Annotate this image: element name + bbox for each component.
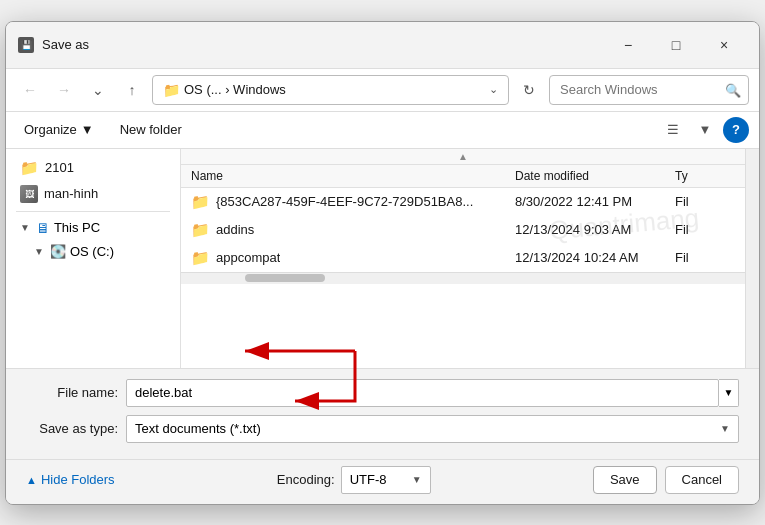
save-label: Save	[610, 472, 640, 487]
bottom-form: File name: ▼ Save as type: Text document…	[6, 369, 759, 459]
save-dialog: 💾 Save as − □ × ← → ⌄ ↑ 📁 OS (... › Wind…	[5, 21, 760, 505]
sidebar-divider	[16, 211, 170, 212]
file-area: ▲ Name Date modified Ty 📁 {853CA287-459F…	[181, 149, 745, 368]
back-button[interactable]: ←	[16, 76, 44, 104]
horizontal-scrollbar[interactable]	[181, 272, 745, 284]
encoding-dropdown[interactable]: UTF-8 ▼	[341, 466, 431, 494]
save-button[interactable]: Save	[593, 466, 657, 494]
file-folder-icon: 📁	[191, 249, 210, 267]
file-row[interactable]: 📁 {853CA287-459F-4EEF-9C72-729D51BA8... …	[181, 188, 745, 216]
sidebar-item-label: 2101	[45, 160, 74, 175]
file-date: 12/13/2024 9:03 AM	[515, 222, 675, 237]
help-button[interactable]: ?	[723, 117, 749, 143]
new-folder-label: New folder	[120, 122, 182, 137]
encoding-label: Encoding:	[277, 472, 335, 487]
file-name-cell: 📁 appcompat	[191, 249, 515, 267]
expand-icon: ▼	[20, 222, 30, 233]
file-row[interactable]: 📁 addins 12/13/2024 9:03 AM Fil	[181, 216, 745, 244]
file-folder-icon: 📁	[191, 221, 210, 239]
filetype-chevron-icon: ▼	[720, 423, 730, 434]
new-folder-button[interactable]: New folder	[112, 118, 190, 141]
up-button[interactable]: ↑	[118, 76, 146, 104]
file-name-cell: 📁 addins	[191, 221, 515, 239]
sidebar-item-os-c[interactable]: ▼ 💽 OS (C:)	[10, 240, 176, 263]
scrollbar-thumb[interactable]	[245, 274, 325, 282]
col-date[interactable]: Date modified	[515, 169, 675, 183]
close-button[interactable]: ×	[701, 30, 747, 60]
minimize-button[interactable]: −	[605, 30, 651, 60]
hide-folders-label: Hide Folders	[41, 472, 115, 487]
toolbar: Organize ▼ New folder ☰ ▼ ?	[6, 112, 759, 149]
col-type[interactable]: Ty	[675, 169, 735, 183]
file-name-text: appcompat	[216, 250, 280, 265]
title-bar: 💾 Save as − □ ×	[6, 22, 759, 69]
maximize-button[interactable]: □	[653, 30, 699, 60]
dialog-title: Save as	[42, 37, 605, 52]
view-chevron-button[interactable]: ▼	[691, 116, 719, 144]
recent-locations-button[interactable]: ⌄	[84, 76, 112, 104]
file-name-cell: 📁 {853CA287-459F-4EEF-9C72-729D51BA8...	[191, 193, 515, 211]
organize-button[interactable]: Organize ▼	[16, 118, 102, 141]
toolbar-left: Organize ▼ New folder	[16, 118, 190, 141]
file-name-text: {853CA287-459F-4EEF-9C72-729D51BA8...	[216, 194, 473, 209]
path-chevron-icon: ⌄	[489, 83, 498, 96]
search-input[interactable]	[549, 75, 749, 105]
path-text: OS (... › Windows	[184, 82, 485, 97]
address-bar: ← → ⌄ ↑ 📁 OS (... › Windows ⌄ ↻ 🔍	[6, 69, 759, 112]
sidebar-item-man-hinh[interactable]: 🖼 man-hinh	[10, 181, 176, 207]
cancel-button[interactable]: Cancel	[665, 466, 739, 494]
organize-label: Organize	[24, 122, 77, 137]
sidebar-item-label: OS (C:)	[70, 244, 114, 259]
filename-input[interactable]	[126, 379, 719, 407]
filetype-row: Save as type: Text documents (*.txt) ▼	[26, 415, 739, 443]
forward-button[interactable]: →	[50, 76, 78, 104]
search-wrapper: 🔍	[549, 75, 749, 105]
file-name-text: addins	[216, 222, 254, 237]
file-list-header: Name Date modified Ty	[181, 165, 745, 188]
filetype-dropdown[interactable]: Text documents (*.txt) ▼	[126, 415, 739, 443]
sidebar-item-label: This PC	[54, 220, 100, 235]
sort-indicator-icon: ▲	[458, 151, 468, 162]
hide-folders-arrow-icon: ▲	[26, 474, 37, 486]
col-name[interactable]: Name	[191, 169, 515, 183]
path-box[interactable]: 📁 OS (... › Windows ⌄	[152, 75, 509, 105]
action-buttons: Save Cancel	[593, 466, 739, 494]
sidebar-item-this-pc[interactable]: ▼ 🖥 This PC	[10, 216, 176, 240]
drive-icon: 💽	[50, 244, 66, 259]
encoding-value: UTF-8	[350, 472, 387, 487]
file-type: Fil	[675, 222, 735, 237]
encoding-chevron-icon: ▼	[412, 474, 422, 485]
file-type: Fil	[675, 194, 735, 209]
organize-chevron-icon: ▼	[81, 122, 94, 137]
sidebar-item-2101[interactable]: 📁 2101	[10, 155, 176, 181]
path-folder-icon: 📁	[163, 82, 180, 98]
expand-icon: ▼	[34, 246, 44, 257]
file-date: 8/30/2022 12:41 PM	[515, 194, 675, 209]
toolbar-right: ☰ ▼ ?	[659, 116, 749, 144]
file-row[interactable]: 📁 appcompat 12/13/2024 10:24 AM Fil	[181, 244, 745, 272]
view-icon-button[interactable]: ☰	[659, 116, 687, 144]
folder-icon: 📁	[20, 159, 39, 177]
file-folder-icon: 📁	[191, 193, 210, 211]
window-controls: − □ ×	[605, 30, 747, 60]
refresh-button[interactable]: ↻	[515, 76, 543, 104]
pc-icon: 🖥	[36, 220, 50, 236]
filename-label: File name:	[26, 385, 126, 400]
filetype-label: Save as type:	[26, 421, 126, 436]
vertical-scrollbar[interactable]	[745, 149, 759, 368]
encoding-area: Encoding: UTF-8 ▼	[277, 466, 431, 494]
cancel-label: Cancel	[682, 472, 722, 487]
filename-dropdown-button[interactable]: ▼	[719, 379, 739, 407]
sidebar: 📁 2101 🖼 man-hinh ▼ 🖥 This PC ▼ 💽 OS (C:…	[6, 149, 181, 368]
file-type: Fil	[675, 250, 735, 265]
filetype-value: Text documents (*.txt)	[135, 421, 261, 436]
main-area: 📁 2101 🖼 man-hinh ▼ 🖥 This PC ▼ 💽 OS (C:…	[6, 149, 759, 369]
dialog-icon: 💾	[18, 37, 34, 53]
filename-row: File name: ▼	[26, 379, 739, 407]
file-date: 12/13/2024 10:24 AM	[515, 250, 675, 265]
hide-folders-button[interactable]: ▲ Hide Folders	[26, 472, 115, 487]
sidebar-item-label: man-hinh	[44, 186, 98, 201]
bottom-actions: ▲ Hide Folders Encoding: UTF-8 ▼ Save Ca…	[6, 459, 759, 504]
image-thumbnail-icon: 🖼	[20, 185, 38, 203]
